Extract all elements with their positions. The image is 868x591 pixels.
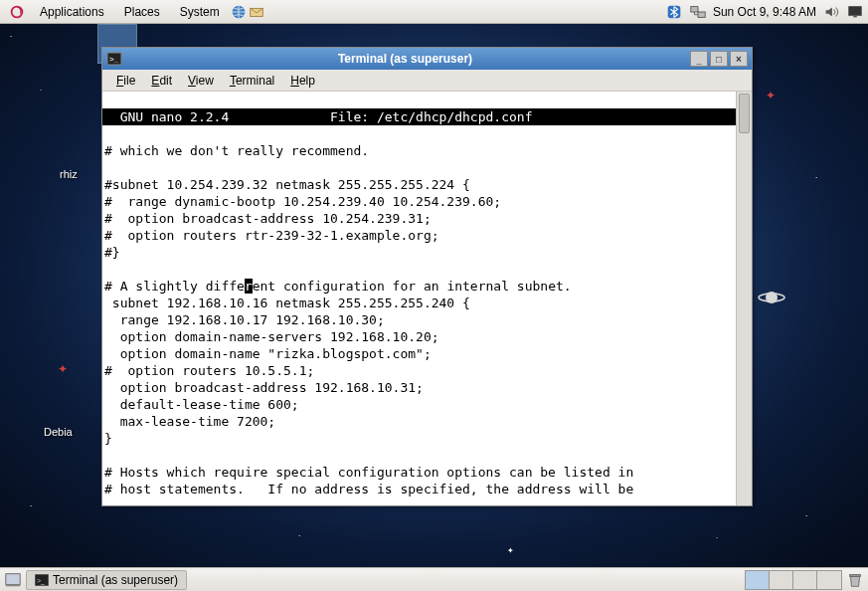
- workspace-4[interactable]: [817, 571, 841, 589]
- workspace-switcher[interactable]: [745, 570, 842, 590]
- svg-rect-13: [6, 584, 20, 586]
- debian-logo-icon: [8, 3, 26, 21]
- svg-rect-7: [853, 15, 857, 17]
- menu-system[interactable]: System: [170, 2, 230, 22]
- menu-applications[interactable]: Applications: [30, 2, 114, 22]
- svg-rect-6: [849, 6, 862, 15]
- scrollbar-thumb[interactable]: [739, 94, 750, 133]
- maximize-button[interactable]: □: [710, 51, 728, 67]
- menubar: File Edit View Terminal Help: [102, 70, 752, 92]
- bluetooth-icon[interactable]: [665, 3, 683, 21]
- browser-icon[interactable]: [230, 3, 248, 21]
- trash-icon[interactable]: [846, 571, 864, 589]
- terminal-icon: >_: [106, 52, 122, 66]
- svg-rect-12: [6, 573, 20, 584]
- volume-icon[interactable]: [822, 3, 840, 21]
- show-desktop-icon[interactable]: [4, 571, 22, 589]
- svg-rect-4: [691, 6, 698, 11]
- menu-help[interactable]: Help: [282, 72, 323, 90]
- svg-text:>_: >_: [109, 55, 119, 64]
- desktop: · . ✦ · ✦ · · ✦ . · C rhiz Debia >_ Term…: [0, 24, 868, 567]
- clock[interactable]: Sun Oct 9, 9:48 AM: [713, 5, 816, 19]
- monitor-icon[interactable]: [846, 3, 864, 21]
- close-button[interactable]: ×: [730, 51, 748, 67]
- taskbar-item-terminal[interactable]: >_ Terminal (as superuser): [26, 570, 187, 590]
- svg-text:>_: >_: [37, 577, 45, 585]
- menu-edit[interactable]: Edit: [143, 72, 180, 90]
- workspace-2[interactable]: [770, 571, 793, 589]
- terminal-window: >_ Terminal (as superuser) _ □ × File Ed…: [101, 47, 753, 506]
- planet-icon: [758, 288, 785, 310]
- workspace-1[interactable]: [746, 571, 770, 589]
- svg-rect-16: [850, 574, 861, 576]
- scrollbar[interactable]: [736, 92, 752, 505]
- workspace-3[interactable]: [793, 571, 817, 589]
- window-title: Terminal (as superuser): [122, 52, 688, 66]
- menu-places[interactable]: Places: [114, 2, 170, 22]
- svg-rect-5: [698, 12, 705, 17]
- menu-file[interactable]: File: [108, 72, 143, 90]
- titlebar[interactable]: >_ Terminal (as superuser) _ □ ×: [102, 48, 752, 70]
- mail-icon[interactable]: [248, 3, 265, 21]
- minimize-button[interactable]: _: [690, 51, 708, 67]
- terminal-icon: >_: [35, 574, 49, 586]
- network-icon[interactable]: [689, 3, 707, 21]
- top-panel: Applications Places System Sun Oct 9, 9:…: [0, 0, 868, 24]
- menu-view[interactable]: View: [180, 72, 222, 90]
- taskbar-item-label: Terminal (as superuser): [53, 573, 178, 587]
- terminal-content[interactable]: GNU nano 2.2.4 File: /etc/dhcp/dhcpd.con…: [102, 92, 736, 505]
- bottom-panel: >_ Terminal (as superuser): [0, 567, 868, 591]
- menu-terminal[interactable]: Terminal: [222, 72, 282, 90]
